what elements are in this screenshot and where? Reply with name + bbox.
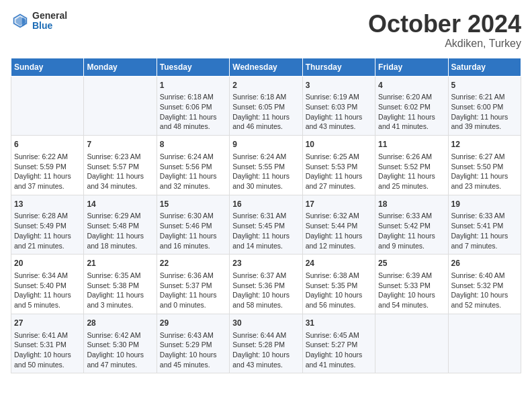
day-number: 18 [378,199,445,210]
calendar-cell: 12Sunrise: 6:27 AM Sunset: 5:50 PM Dayli… [448,136,521,195]
day-number: 31 [306,318,372,329]
calendar-cell [375,314,448,373]
logo-line1: General [32,11,67,21]
calendar-cell: 13Sunrise: 6:28 AM Sunset: 5:49 PM Dayli… [11,195,84,255]
day-number: 22 [160,258,226,269]
calendar-cell: 6Sunrise: 6:22 AM Sunset: 5:59 PM Daylig… [11,136,84,195]
page-header: General Blue October 2024 Akdiken, Turke… [11,11,521,50]
day-number: 5 [451,80,518,91]
cell-content: Sunrise: 6:19 AM Sunset: 6:03 PM Dayligh… [306,92,372,132]
cell-content: Sunrise: 6:18 AM Sunset: 6:06 PM Dayligh… [160,92,226,132]
calendar-cell: 19Sunrise: 6:33 AM Sunset: 5:41 PM Dayli… [448,195,521,255]
weekday-header-wednesday: Wednesday [230,58,302,76]
calendar-cell: 23Sunrise: 6:37 AM Sunset: 5:36 PM Dayli… [230,255,302,314]
calendar-cell: 10Sunrise: 6:25 AM Sunset: 5:53 PM Dayli… [302,136,375,195]
cell-content: Sunrise: 6:24 AM Sunset: 5:55 PM Dayligh… [232,152,299,191]
calendar-cell [448,314,521,373]
cell-content: Sunrise: 6:25 AM Sunset: 5:53 PM Dayligh… [306,152,372,191]
cell-content: Sunrise: 6:44 AM Sunset: 5:28 PM Dayligh… [232,330,299,370]
calendar-cell: 28Sunrise: 6:42 AM Sunset: 5:30 PM Dayli… [84,314,157,373]
day-number: 26 [451,258,518,269]
calendar-cell: 21Sunrise: 6:35 AM Sunset: 5:38 PM Dayli… [84,255,157,314]
calendar-cell: 7Sunrise: 6:23 AM Sunset: 5:57 PM Daylig… [84,136,157,195]
day-number: 21 [87,258,153,269]
calendar-cell: 25Sunrise: 6:39 AM Sunset: 5:33 PM Dayli… [375,255,448,314]
calendar-cell [84,76,157,136]
cell-content: Sunrise: 6:36 AM Sunset: 5:37 PM Dayligh… [160,271,226,310]
cell-content: Sunrise: 6:38 AM Sunset: 5:35 PM Dayligh… [306,271,372,310]
cell-content: Sunrise: 6:41 AM Sunset: 5:31 PM Dayligh… [14,330,81,370]
day-number: 10 [306,139,372,150]
cell-content: Sunrise: 6:35 AM Sunset: 5:38 PM Dayligh… [87,271,153,310]
day-number: 27 [14,318,81,329]
calendar-week-row: 6Sunrise: 6:22 AM Sunset: 5:59 PM Daylig… [11,136,521,195]
calendar-week-row: 1Sunrise: 6:18 AM Sunset: 6:06 PM Daylig… [11,76,521,136]
calendar-cell: 1Sunrise: 6:18 AM Sunset: 6:06 PM Daylig… [157,76,229,136]
cell-content: Sunrise: 6:29 AM Sunset: 5:48 PM Dayligh… [87,211,153,250]
day-number: 12 [451,139,518,150]
cell-content: Sunrise: 6:21 AM Sunset: 6:00 PM Dayligh… [451,92,518,132]
cell-content: Sunrise: 6:39 AM Sunset: 5:33 PM Dayligh… [378,271,445,310]
weekday-header-thursday: Thursday [302,58,375,76]
day-number: 25 [378,258,445,269]
cell-content: Sunrise: 6:40 AM Sunset: 5:32 PM Dayligh… [451,271,518,310]
cell-content: Sunrise: 6:24 AM Sunset: 5:56 PM Dayligh… [160,152,226,191]
weekday-header-row: SundayMondayTuesdayWednesdayThursdayFrid… [11,58,521,76]
day-number: 3 [306,80,372,91]
calendar-table: SundayMondayTuesdayWednesdayThursdayFrid… [11,58,521,374]
day-number: 30 [232,318,299,329]
day-number: 29 [160,318,226,329]
day-number: 7 [87,139,153,150]
calendar-cell: 3Sunrise: 6:19 AM Sunset: 6:03 PM Daylig… [302,76,375,136]
cell-content: Sunrise: 6:33 AM Sunset: 5:41 PM Dayligh… [451,211,518,250]
calendar-cell: 17Sunrise: 6:32 AM Sunset: 5:44 PM Dayli… [302,195,375,255]
calendar-cell: 9Sunrise: 6:24 AM Sunset: 5:55 PM Daylig… [230,136,302,195]
cell-content: Sunrise: 6:22 AM Sunset: 5:59 PM Dayligh… [14,152,81,191]
day-number: 24 [306,258,372,269]
day-number: 20 [14,258,81,269]
calendar-body: 1Sunrise: 6:18 AM Sunset: 6:06 PM Daylig… [11,76,521,373]
day-number: 17 [306,199,372,210]
calendar-title: October 2024 [368,11,521,38]
cell-content: Sunrise: 6:28 AM Sunset: 5:49 PM Dayligh… [14,211,81,250]
calendar-cell [11,76,84,136]
cell-content: Sunrise: 6:32 AM Sunset: 5:44 PM Dayligh… [306,211,372,250]
day-number: 9 [232,139,299,150]
calendar-cell: 26Sunrise: 6:40 AM Sunset: 5:32 PM Dayli… [448,255,521,314]
calendar-cell: 22Sunrise: 6:36 AM Sunset: 5:37 PM Dayli… [157,255,229,314]
cell-content: Sunrise: 6:27 AM Sunset: 5:50 PM Dayligh… [451,152,518,191]
logo-icon [11,11,30,30]
calendar-cell: 18Sunrise: 6:33 AM Sunset: 5:42 PM Dayli… [375,195,448,255]
calendar-cell: 20Sunrise: 6:34 AM Sunset: 5:40 PM Dayli… [11,255,84,314]
calendar-week-row: 20Sunrise: 6:34 AM Sunset: 5:40 PM Dayli… [11,255,521,314]
calendar-cell: 15Sunrise: 6:30 AM Sunset: 5:46 PM Dayli… [157,195,229,255]
calendar-cell: 8Sunrise: 6:24 AM Sunset: 5:56 PM Daylig… [157,136,229,195]
calendar-cell: 5Sunrise: 6:21 AM Sunset: 6:00 PM Daylig… [448,76,521,136]
logo-line2: Blue [32,21,67,31]
logo: General Blue [11,11,67,32]
calendar-cell: 30Sunrise: 6:44 AM Sunset: 5:28 PM Dayli… [230,314,302,373]
cell-content: Sunrise: 6:23 AM Sunset: 5:57 PM Dayligh… [87,152,153,191]
calendar-cell: 2Sunrise: 6:18 AM Sunset: 6:05 PM Daylig… [230,76,302,136]
cell-content: Sunrise: 6:18 AM Sunset: 6:05 PM Dayligh… [232,92,299,132]
day-number: 13 [14,199,81,210]
calendar-subtitle: Akdiken, Turkey [368,38,521,50]
calendar-cell: 11Sunrise: 6:26 AM Sunset: 5:52 PM Dayli… [375,136,448,195]
day-number: 2 [232,80,299,91]
weekday-header-sunday: Sunday [11,58,84,76]
weekday-header-tuesday: Tuesday [157,58,229,76]
calendar-cell: 16Sunrise: 6:31 AM Sunset: 5:45 PM Dayli… [230,195,302,255]
cell-content: Sunrise: 6:26 AM Sunset: 5:52 PM Dayligh… [378,152,445,191]
calendar-cell: 29Sunrise: 6:43 AM Sunset: 5:29 PM Dayli… [157,314,229,373]
cell-content: Sunrise: 6:43 AM Sunset: 5:29 PM Dayligh… [160,330,226,370]
day-number: 11 [378,139,445,150]
day-number: 14 [87,199,153,210]
cell-content: Sunrise: 6:34 AM Sunset: 5:40 PM Dayligh… [14,271,81,310]
calendar-cell: 27Sunrise: 6:41 AM Sunset: 5:31 PM Dayli… [11,314,84,373]
weekday-header-friday: Friday [375,58,448,76]
calendar-cell: 4Sunrise: 6:20 AM Sunset: 6:02 PM Daylig… [375,76,448,136]
day-number: 1 [160,80,226,91]
calendar-week-row: 13Sunrise: 6:28 AM Sunset: 5:49 PM Dayli… [11,195,521,255]
logo-text: General Blue [32,11,67,32]
calendar-header: SundayMondayTuesdayWednesdayThursdayFrid… [11,58,521,76]
